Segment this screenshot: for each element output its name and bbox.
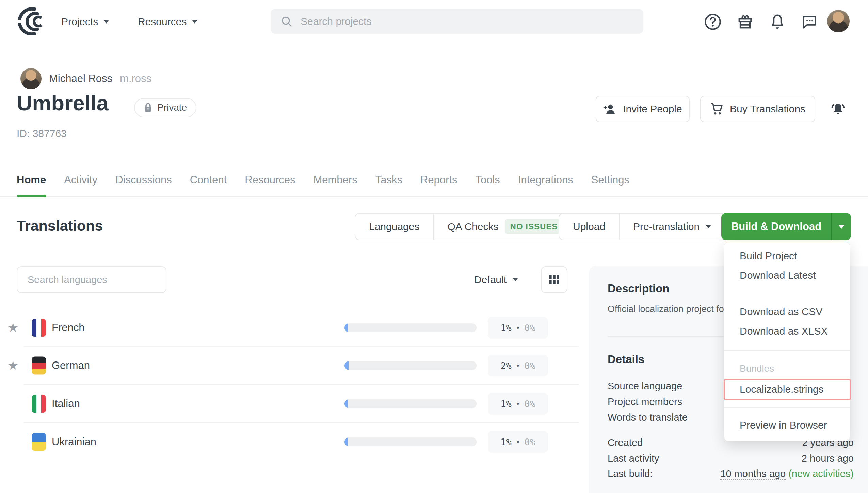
language-row-ukrainian[interactable]: Ukrainian 1% • 0% bbox=[0, 426, 579, 458]
project-owner[interactable]: Michael Ross m.ross bbox=[20, 68, 151, 89]
upload-button[interactable]: Upload bbox=[559, 214, 619, 240]
private-badge: Private bbox=[134, 98, 196, 117]
progress-bar bbox=[344, 323, 477, 332]
view-toggle-button[interactable] bbox=[541, 266, 567, 293]
tab-resources[interactable]: Resources bbox=[245, 163, 295, 197]
approved-percent: 0% bbox=[524, 437, 535, 447]
tab-discussions[interactable]: Discussions bbox=[115, 163, 172, 197]
chevron-down-icon bbox=[706, 225, 711, 228]
menu-item-preview-in-browser[interactable]: Preview in Browser bbox=[724, 416, 850, 435]
tab-settings[interactable]: Settings bbox=[591, 163, 629, 197]
project-id: ID: 387763 bbox=[17, 128, 67, 139]
progress-fill bbox=[344, 323, 348, 332]
progress-badge: 1% • 0% bbox=[488, 431, 548, 453]
messages-icon-button[interactable] bbox=[801, 13, 818, 31]
detail-label: Project members bbox=[608, 396, 682, 407]
build-download-split-button: Build & Download bbox=[721, 213, 851, 240]
dot-separator: • bbox=[516, 400, 520, 408]
chevron-down-icon bbox=[838, 225, 845, 229]
logo-icon bbox=[17, 7, 47, 35]
user-avatar[interactable] bbox=[827, 10, 850, 32]
language-search[interactable] bbox=[17, 266, 166, 293]
tab-reports[interactable]: Reports bbox=[420, 163, 457, 197]
progress-fill bbox=[344, 361, 349, 370]
language-row-french[interactable]: ★ French 1% • 0% bbox=[0, 311, 579, 344]
chat-icon bbox=[801, 13, 818, 31]
tab-members[interactable]: Members bbox=[313, 163, 357, 197]
last-build-link[interactable]: 10 months ago bbox=[720, 468, 786, 480]
translated-percent: 1% bbox=[500, 437, 512, 447]
new-activities-link[interactable]: (new activities) bbox=[788, 468, 854, 479]
chevron-down-icon bbox=[192, 20, 197, 24]
nav-menu-projects[interactable]: Projects bbox=[61, 0, 109, 43]
cart-icon bbox=[710, 103, 724, 115]
lock-icon bbox=[144, 103, 152, 113]
approved-percent: 0% bbox=[524, 323, 535, 333]
tab-tasks[interactable]: Tasks bbox=[375, 163, 402, 197]
dot-separator: • bbox=[516, 361, 520, 370]
progress-fill bbox=[344, 399, 348, 408]
progress-bar bbox=[344, 399, 477, 408]
language-name: German bbox=[52, 359, 90, 372]
menu-item-download-latest[interactable]: Download Latest bbox=[724, 266, 850, 285]
language-row-german[interactable]: ★ German 2% • 0% bbox=[0, 349, 579, 382]
global-search[interactable] bbox=[271, 9, 643, 34]
tab-activity[interactable]: Activity bbox=[64, 163, 97, 197]
app-logo[interactable] bbox=[17, 7, 47, 35]
gift-icon bbox=[736, 13, 754, 31]
project-tabs: Home Activity Discussions Content Resour… bbox=[0, 164, 868, 197]
gifts-icon-button[interactable] bbox=[736, 13, 754, 31]
sort-select[interactable]: Default bbox=[474, 266, 518, 293]
private-label: Private bbox=[157, 102, 187, 113]
detail-value: 2 hours ago bbox=[802, 453, 854, 464]
search-projects-input[interactable] bbox=[301, 16, 607, 27]
build-download-caret-button[interactable] bbox=[831, 213, 851, 240]
menu-item-download-csv[interactable]: Download as CSV bbox=[724, 302, 850, 321]
build-download-button[interactable]: Build & Download bbox=[721, 213, 831, 240]
translations-title: Translations bbox=[17, 217, 103, 234]
invite-people-button[interactable]: Invite People bbox=[596, 96, 690, 122]
owner-name: Michael Ross bbox=[49, 73, 112, 85]
pretranslation-button[interactable]: Pre-translation bbox=[619, 214, 725, 240]
tab-tools[interactable]: Tools bbox=[475, 163, 500, 197]
bell-icon bbox=[769, 13, 786, 31]
help-icon-button[interactable] bbox=[704, 13, 722, 31]
progress-badge: 1% • 0% bbox=[488, 393, 548, 415]
menu-item-download-xlsx[interactable]: Download as XLSX bbox=[724, 322, 850, 341]
language-name: Ukrainian bbox=[52, 436, 96, 448]
nav-menu-resources[interactable]: Resources bbox=[138, 0, 197, 43]
progress-badge: 1% • 0% bbox=[488, 317, 548, 339]
detail-label: Created bbox=[608, 437, 643, 448]
dot-separator: • bbox=[516, 324, 520, 332]
buy-translations-button[interactable]: Buy Translations bbox=[700, 96, 815, 122]
search-languages-input[interactable] bbox=[28, 274, 156, 286]
notifications-icon-button[interactable] bbox=[769, 13, 786, 31]
detail-label: Source language bbox=[608, 381, 682, 392]
tab-home[interactable]: Home bbox=[17, 163, 46, 197]
detail-row-last-activity: Last activity 2 hours ago bbox=[608, 450, 854, 466]
tab-content[interactable]: Content bbox=[190, 163, 227, 197]
upload-button-group: Upload Pre-translation bbox=[559, 213, 725, 240]
menu-item-localizable-strings[interactable]: Localizable.strings bbox=[724, 379, 851, 400]
upload-label: Upload bbox=[573, 221, 605, 232]
dot-separator: • bbox=[516, 438, 520, 446]
qa-status-badge: NO ISSUES bbox=[505, 219, 563, 234]
language-name: French bbox=[52, 322, 84, 334]
qa-checks-label: QA Checks bbox=[447, 221, 498, 232]
search-icon bbox=[280, 15, 293, 28]
invite-people-label: Invite People bbox=[623, 103, 682, 115]
favorite-star-icon[interactable]: ★ bbox=[7, 321, 18, 335]
project-notifications-button[interactable] bbox=[830, 101, 847, 118]
menu-divider bbox=[724, 350, 850, 351]
detail-row-last-build: Last build: 10 months ago (new activitie… bbox=[608, 466, 854, 481]
languages-button[interactable]: Languages bbox=[355, 214, 433, 240]
sort-select-label: Default bbox=[474, 274, 507, 286]
detail-label: Words to translate bbox=[608, 412, 688, 423]
row-divider bbox=[24, 384, 579, 385]
language-row-italian[interactable]: Italian 1% • 0% bbox=[0, 387, 579, 420]
favorite-star-icon[interactable]: ★ bbox=[7, 358, 18, 373]
tab-integrations[interactable]: Integrations bbox=[518, 163, 573, 197]
qa-checks-button[interactable]: QA Checks NO ISSUES bbox=[433, 214, 577, 240]
menu-item-build-project[interactable]: Build Project bbox=[724, 246, 850, 265]
description-title: Description bbox=[608, 282, 670, 295]
